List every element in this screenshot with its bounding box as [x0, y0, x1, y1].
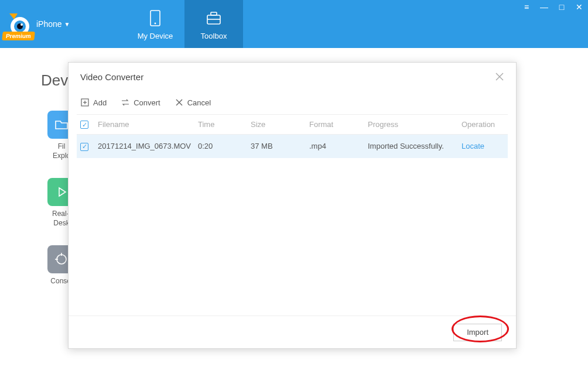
device-selector[interactable]: iPhone ▼ — [36, 19, 70, 29]
dialog-title: Video Converter — [80, 72, 143, 82]
svg-marker-9 — [59, 188, 66, 196]
premium-badge: Premium — [2, 32, 35, 40]
col-size: Size — [247, 115, 306, 135]
col-filename: Filename — [94, 115, 194, 135]
import-button[interactable]: Import — [453, 324, 502, 341]
tab-my-device[interactable]: My Device — [126, 0, 184, 48]
tab-toolbox[interactable]: Toolbox — [184, 0, 243, 48]
toolbox-icon — [204, 8, 224, 28]
logo-area: iPhone ▼ Premium — [0, 0, 126, 48]
col-time: Time — [194, 115, 247, 135]
close-app-icon[interactable]: ✕ — [574, 2, 584, 12]
convert-button[interactable]: Convert — [121, 98, 160, 107]
convert-label: Convert — [134, 98, 160, 107]
table-header-row: ✓ Filename Time Size Format Progress Ope… — [77, 115, 508, 135]
col-format: Format — [306, 115, 364, 135]
svg-point-3 — [20, 23, 23, 26]
locate-link[interactable]: Locate — [461, 142, 484, 150]
svg-rect-7 — [211, 12, 217, 15]
window-controls: ≡ — □ ✕ — [521, 2, 584, 12]
cancel-button[interactable]: Cancel — [175, 98, 211, 107]
cell-filename: 20171214_IMG_0673.MOV — [94, 135, 194, 158]
maximize-icon[interactable]: □ — [556, 2, 567, 12]
tablet-icon — [145, 8, 165, 28]
convert-icon — [121, 98, 130, 107]
cell-size: 37 MB — [247, 135, 306, 158]
row-checkbox[interactable]: ✓ — [80, 143, 88, 151]
svg-point-10 — [57, 255, 66, 264]
tab-toolbox-label: Toolbox — [201, 32, 227, 40]
cell-progress: Imported Successfully. — [364, 135, 458, 158]
col-progress: Progress — [364, 115, 458, 135]
select-all-checkbox[interactable]: ✓ — [80, 121, 88, 129]
svg-point-5 — [155, 22, 156, 24]
minimize-icon[interactable]: — — [539, 2, 549, 12]
cancel-label: Cancel — [187, 98, 211, 107]
dialog-footer: Import — [69, 315, 516, 348]
file-table-wrap: ✓ Filename Time Size Format Progress Ope… — [69, 114, 516, 315]
menu-icon[interactable]: ≡ — [521, 2, 532, 12]
cell-time: 0:20 — [194, 135, 247, 158]
dialog-toolbar: Add Convert Cancel — [69, 91, 516, 114]
col-operation: Operation — [458, 115, 508, 135]
cancel-icon — [175, 98, 184, 107]
app-header: iPhone ▼ Premium My Device Toolb — [0, 0, 588, 48]
close-dialog-button[interactable] — [495, 72, 504, 81]
plus-icon — [80, 98, 90, 107]
video-converter-dialog: Video Converter Add Convert Cancel — [68, 62, 517, 349]
table-row[interactable]: ✓ 20171214_IMG_0673.MOV 0:20 37 MB .mp4 … — [77, 135, 508, 158]
chevron-down-icon: ▼ — [64, 21, 70, 28]
nav-tabs: My Device Toolbox — [126, 0, 243, 48]
file-table: ✓ Filename Time Size Format Progress Ope… — [77, 114, 508, 158]
device-label: iPhone — [36, 19, 62, 29]
tab-my-device-label: My Device — [138, 32, 173, 40]
cell-format: .mp4 — [306, 135, 364, 158]
dialog-header: Video Converter — [69, 63, 516, 91]
add-button[interactable]: Add — [80, 98, 107, 107]
add-label: Add — [93, 98, 107, 107]
